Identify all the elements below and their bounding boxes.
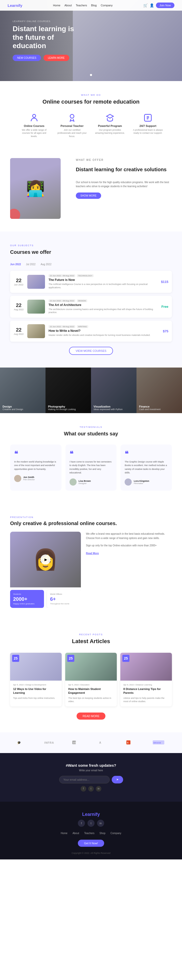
article-body-3: Apr 8, 2022 • Distance Learning 8 Distan… (120, 681, 172, 706)
nav-home[interactable]: Home (53, 4, 60, 7)
articles-label: RECENT POSTS (10, 633, 172, 636)
subject-finance[interactable]: Finance Cash and Investment (136, 368, 182, 413)
article-title-1: 12 Ways to Use Video for Learning (13, 687, 59, 695)
articles-grid: 25 Apr 5, 2022 • Design & Development 12… (10, 653, 172, 706)
course-month-3: Aug 2022 (14, 333, 24, 336)
partner-logo-1: 🎓 (17, 740, 27, 745)
finance-count: Cash and Investment (139, 408, 179, 410)
footer-twitter-icon[interactable]: t (87, 820, 95, 827)
footer-facebook-icon[interactable]: f (78, 820, 85, 827)
date-jun[interactable]: Jun 2022 (10, 263, 21, 266)
testimonials-title: What our students say (10, 430, 172, 437)
article-card-1[interactable]: 25 Apr 5, 2022 • Design & Development 12… (10, 653, 62, 706)
article-title-3: 8 Distance Learning Tips for Parents (123, 687, 169, 695)
new-courses-button[interactable]: NEW COURSES (13, 55, 41, 61)
footer-link-home[interactable]: Home (61, 832, 68, 835)
hero-title: Distant learning is the future of educat… (13, 25, 84, 50)
offices-label: World Offices (50, 593, 78, 595)
students-label: Students (13, 593, 41, 595)
course-name-3: How to Write a Novel? (49, 329, 159, 332)
person-icon (30, 113, 39, 123)
date-jul[interactable]: Jul 2022 (26, 263, 36, 266)
about-label: WHAT WE OFFER (76, 158, 172, 162)
footer-cta-button[interactable]: Get It Now! (78, 840, 104, 847)
subject-photography[interactable]: Photography Making Art through Looking (46, 368, 91, 413)
article-badge-1: 25 (12, 655, 19, 662)
design-title: Design (3, 405, 43, 408)
course-price-1: $115 (161, 280, 168, 284)
read-all-button[interactable]: READ MORE (77, 713, 106, 720)
join-button[interactable]: Join Now (156, 3, 174, 8)
design-overlay: Design Creative and Design (0, 368, 46, 413)
instagram-icon[interactable]: in (96, 786, 101, 792)
twitter-icon[interactable]: t (88, 786, 94, 792)
course-desc-1: The Artificial Intelligence Course is a … (49, 283, 157, 289)
hero-section: LEARNIFY ONLINE COURSES Distant learning… (0, 0, 182, 81)
nav-links: Home About Teachers Blog Company (53, 4, 113, 7)
testimonials-section: TESTIMONIALS What our students say ❝ In … (0, 413, 182, 504)
author-name-1: Jon Smith (23, 476, 35, 479)
subject-design[interactable]: Design Creative and Design (0, 368, 46, 413)
courses-header: OUR SUBJECTS Courses we offer (10, 244, 172, 255)
read-more-button[interactable]: Read More (86, 552, 99, 555)
cart-icon[interactable]: 🛒 (143, 3, 148, 7)
testimonial-2: ❝ I have come to courses for two semeste… (65, 444, 117, 491)
hero-dot (90, 74, 92, 76)
facebook-icon[interactable]: f (81, 786, 86, 792)
footer-link-shop[interactable]: Shop (100, 832, 105, 835)
author-role-2: Designer (79, 482, 91, 485)
partner-logo-3: UDI (71, 740, 81, 745)
subject-visualization[interactable]: Visualization Ideas expressed with Pytho… (91, 368, 136, 413)
learn-more-button[interactable]: LEARN MORE (43, 55, 69, 61)
subjects-gallery: Design Creative and Design Photography M… (0, 368, 182, 413)
course-tag-date-1: 22 Jun 2022 - 08 Aug 2022 (49, 274, 75, 277)
article-card-3[interactable]: 25 Apr 8, 2022 • Distance Learning 8 Dis… (120, 653, 172, 706)
what-we-do-label: WHAT WE DO (10, 94, 172, 96)
stat-students: Students 2000+ Happy online graduates (10, 590, 44, 608)
user-icon[interactable]: 👤 (150, 3, 154, 7)
show-more-button[interactable]: SHOW MORE (76, 192, 101, 199)
partner-logo-4: Ａ (98, 740, 108, 745)
play-button[interactable]: ▶ (40, 554, 51, 565)
footer-instagram-icon[interactable]: in (97, 820, 104, 827)
newsletter-submit-button[interactable]: ➤ (112, 776, 123, 783)
finance-title: Finance (139, 405, 179, 408)
article-thumb-3: 25 (120, 653, 172, 681)
nav-blog[interactable]: Blog (91, 4, 97, 7)
testimonial-author-2: Lisa Brown Designer (70, 479, 113, 485)
course-tag-date-3: 22 Jun 2022 - 08 Aug 2022 (49, 325, 75, 328)
about-image-wrap: 👩‍💻 (0, 150, 71, 219)
course-price-2: Free (161, 305, 168, 309)
newsletter-form: ➤ (10, 776, 172, 783)
newsletter-input[interactable] (59, 776, 110, 783)
pres-para-1: We offer a brand new approach in the bes… (86, 532, 172, 540)
view-more-courses-button[interactable]: VIEW MORE COURSES (69, 347, 113, 355)
footer-link-teachers[interactable]: Teachers (84, 832, 95, 835)
feature-desc-4: A professional team is always ready to c… (133, 129, 163, 135)
presentation-content: 👩 ▶ Students 2000+ Happy online graduate… (10, 532, 172, 608)
testimonial-3: ❝ The Graphic Design course with Maple B… (120, 444, 172, 491)
course-thumb-3 (27, 324, 45, 338)
date-aug[interactable]: Aug 2022 (41, 263, 52, 266)
testimonial-text-3: The Graphic Design course with Maple Boo… (125, 460, 168, 475)
nav-company[interactable]: Company (101, 4, 112, 7)
svg-text:Ａ: Ａ (98, 741, 102, 745)
footer-link-company[interactable]: Company (111, 832, 121, 835)
course-item-2[interactable]: 22 Aug 2022 22 Jun 2022 - 08 Aug 2022 DE… (10, 296, 172, 318)
nav-teachers[interactable]: Teachers (76, 4, 87, 7)
article-meta-3: Apr 8, 2022 • Distance Learning (123, 684, 169, 686)
footer: Learnify f t in Home About Teachers Shop… (0, 802, 182, 859)
course-item-1[interactable]: 22 Jun 2022 22 Jun 2022 - 08 Aug 2022 TE… (10, 271, 172, 293)
article-excerpt-1: Tips and tricks from top online instruct… (13, 697, 59, 700)
nav-about[interactable]: About (65, 4, 72, 7)
course-item-3[interactable]: 22 Aug 2022 22 Jun 2022 - 08 Aug 2022 WR… (10, 321, 172, 342)
students-sublabel: Happy online graduates (13, 603, 41, 605)
articles-title: Latest Articles (10, 638, 172, 645)
testimonial-text-2: I have come to courses for two semesters… (70, 460, 113, 475)
latest-articles-section: RECENT POSTS Latest Articles 25 Apr 5, 2… (0, 620, 182, 732)
footer-link-about[interactable]: About (73, 832, 79, 835)
newsletter-title: #Want some fresh updates? (10, 763, 172, 767)
support-icon (143, 113, 152, 123)
article-card-2[interactable]: 25 Apr 5, 2022 • Education How to Mainta… (65, 653, 117, 706)
svg-text:5: 5 (127, 741, 129, 744)
